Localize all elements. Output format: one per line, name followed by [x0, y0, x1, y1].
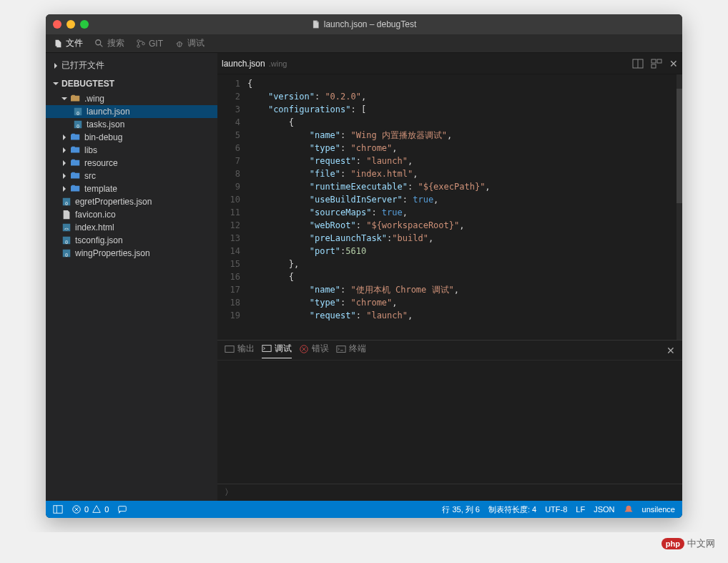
status-bell[interactable]	[624, 504, 634, 514]
svg-text:{}: {}	[65, 252, 68, 257]
tree-file-launch[interactable]: {} launch.json	[46, 105, 217, 118]
tree-folder-wing[interactable]: .wing	[46, 92, 217, 105]
svg-rect-27	[262, 346, 271, 352]
tree-folder-libs[interactable]: libs	[46, 144, 217, 157]
git-icon	[136, 39, 146, 49]
status-tabsize[interactable]: 制表符长度: 4	[488, 504, 536, 515]
editor-tab-launch[interactable]: launch.json .wing	[222, 59, 287, 69]
statusbar: 0 0 行 35, 列 6 制表符长度: 4 UTF-8 LF JSON uns…	[46, 501, 682, 518]
line-numbers: 12345678910111213141516171819	[217, 74, 247, 340]
window-title-text: launch.json – debugTest	[324, 19, 416, 29]
tree-file-index[interactable]: <> index.html	[46, 221, 217, 234]
minimize-window-button[interactable]	[67, 20, 75, 29]
chevron-right-icon	[63, 147, 66, 153]
chevron-down-icon	[53, 82, 59, 85]
debug-console-icon	[262, 343, 272, 353]
svg-rect-40	[119, 506, 127, 511]
status-encoding[interactable]: UTF-8	[545, 505, 567, 514]
status-feedback[interactable]	[117, 504, 127, 514]
close-panel-button[interactable]: ✕	[666, 345, 675, 356]
warning-icon	[92, 504, 102, 514]
sidebar: 已打开文件 DEBUGTEST .wing {} launch.json {}	[46, 53, 217, 501]
tree-file-tasks[interactable]: {} tasks.json	[46, 118, 217, 131]
comment-icon	[117, 504, 127, 514]
traffic-lights	[53, 20, 89, 29]
panel-tab-errors[interactable]: 错误	[299, 343, 329, 358]
editor-area: launch.json .wing ✕ 12345678910111213141…	[217, 53, 682, 501]
folder-icon	[71, 159, 81, 167]
folder-icon	[71, 133, 81, 142]
close-tab-button[interactable]: ✕	[669, 58, 678, 69]
tab-search[interactable]: 搜索	[94, 37, 124, 49]
svg-point-4	[142, 42, 145, 45]
chevron-right-icon	[63, 160, 66, 166]
status-lang[interactable]: JSON	[594, 505, 614, 514]
tree-folder-resource[interactable]: resource	[46, 157, 217, 170]
maximize-window-button[interactable]	[80, 20, 89, 29]
tree-file-wingprop[interactable]: {} wingProperties.json	[46, 247, 217, 260]
svg-rect-26	[225, 346, 234, 352]
status-eol[interactable]: LF	[576, 505, 585, 514]
tree-folder-bin-debug[interactable]: bin-debug	[46, 131, 217, 144]
tree-folder-src[interactable]: src	[46, 170, 217, 182]
svg-point-0	[96, 39, 101, 44]
tree-file-tsconfig[interactable]: {} tsconfig.json	[46, 234, 217, 247]
folder-icon	[71, 172, 81, 180]
svg-text:{}: {}	[65, 200, 68, 205]
files-icon	[53, 39, 63, 49]
svg-point-3	[137, 44, 140, 47]
panel-tab-debug[interactable]: 调试	[262, 343, 292, 358]
tab-debug[interactable]: 调试	[174, 37, 205, 49]
chevron-right-icon	[63, 134, 66, 140]
terminal-icon	[336, 344, 346, 354]
json-file-icon: {}	[62, 248, 72, 258]
folder-icon	[71, 146, 81, 155]
window-title: launch.json – debugTest	[312, 19, 416, 29]
svg-rect-24	[657, 59, 661, 63]
status-user[interactable]: unsilence	[642, 505, 675, 514]
svg-text:{}: {}	[65, 239, 68, 244]
svg-point-2	[137, 39, 140, 42]
bug-icon	[174, 39, 185, 49]
status-errors[interactable]: 0 0	[72, 504, 109, 514]
tree-folder-template[interactable]: template	[46, 182, 217, 195]
tree-file-egret[interactable]: {} egretProperties.json	[46, 195, 217, 208]
more-icon[interactable]	[651, 58, 662, 69]
tree-file-favicon[interactable]: favicon.ico	[46, 208, 217, 221]
file-icon	[62, 210, 72, 220]
html-file-icon: <>	[62, 222, 72, 232]
svg-line-1	[100, 44, 103, 46]
svg-rect-31	[337, 346, 345, 352]
titlebar: launch.json – debugTest	[46, 14, 682, 34]
sidebar-opened-files-header[interactable]: 已打开文件	[46, 56, 217, 75]
panel-tab-terminal[interactable]: 终端	[336, 343, 366, 358]
svg-rect-25	[651, 64, 656, 68]
code-editor[interactable]: 12345678910111213141516171819 { "version…	[217, 74, 682, 340]
folder-icon	[71, 94, 81, 103]
debug-input[interactable]: 〉	[217, 484, 682, 501]
chevron-right-icon	[63, 173, 66, 179]
file-icon	[312, 19, 320, 29]
bell-icon	[624, 504, 634, 514]
svg-rect-35	[54, 506, 62, 514]
panel-tab-output[interactable]: 输出	[225, 343, 255, 358]
chevron-down-icon	[62, 97, 67, 100]
chevron-right-icon	[54, 63, 57, 69]
tab-files[interactable]: 文件	[53, 37, 83, 49]
panel-body	[217, 361, 682, 484]
status-sidebar-toggle[interactable]	[53, 504, 63, 514]
minimap[interactable]	[677, 74, 682, 340]
svg-rect-23	[651, 59, 656, 63]
chevron-right-icon	[63, 186, 66, 192]
close-window-button[interactable]	[53, 20, 62, 29]
json-file-icon: {}	[62, 235, 72, 245]
status-cursor[interactable]: 行 35, 列 6	[442, 504, 480, 515]
sidebar-project-header[interactable]: DEBUGTEST	[46, 75, 217, 92]
search-icon	[94, 39, 104, 49]
json-file-icon: {}	[73, 107, 83, 117]
editor-tabbar: launch.json .wing ✕	[217, 53, 682, 74]
error-icon	[72, 504, 82, 514]
split-editor-icon[interactable]	[632, 58, 644, 69]
tab-git[interactable]: GIT	[136, 39, 163, 49]
layout-icon	[53, 504, 63, 514]
